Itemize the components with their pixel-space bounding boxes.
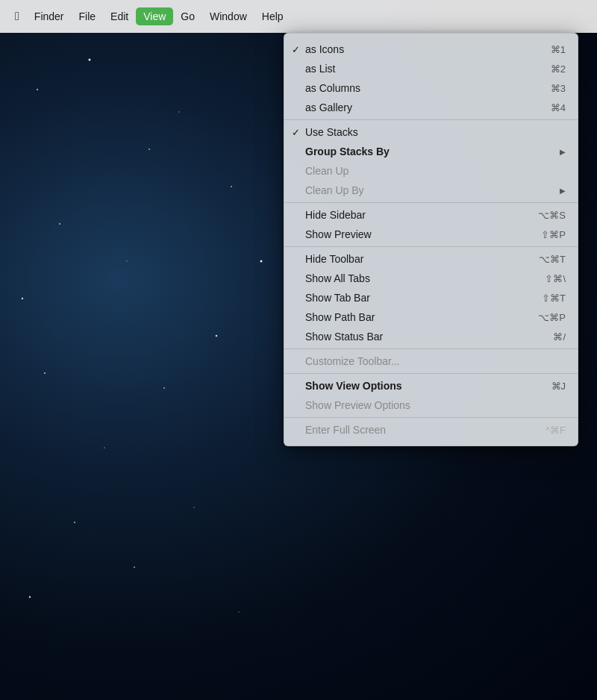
svg-point-6 bbox=[231, 186, 232, 187]
menubar:  Finder File Edit View Go Window Help bbox=[0, 0, 597, 33]
clean-up-item: Clean Up bbox=[284, 161, 578, 181]
clean-up-label: Clean Up bbox=[305, 165, 566, 177]
show-status-bar-item[interactable]: Show Status Bar ⌘/ bbox=[284, 327, 578, 346]
as-columns-item[interactable]: as Columns ⌘3 bbox=[284, 78, 578, 98]
show-all-tabs-label: Show All Tabs bbox=[305, 272, 530, 284]
as-list-label: as List bbox=[305, 63, 536, 75]
stacks-section: ✓ Use Stacks Group Stacks By ▶ Clean Up … bbox=[284, 120, 578, 203]
svg-point-13 bbox=[74, 522, 75, 523]
show-status-bar-shortcut: ⌘/ bbox=[553, 331, 566, 343]
svg-point-3 bbox=[59, 223, 60, 225]
clean-up-by-label: Clean Up By bbox=[305, 184, 560, 196]
group-stacks-by-item[interactable]: Group Stacks By ▶ bbox=[284, 142, 578, 161]
apple-menu[interactable]:  bbox=[7, 7, 27, 26]
show-view-options-item[interactable]: Show View Options ⌘J bbox=[284, 376, 578, 396]
hide-toolbar-label: Hide Toolbar bbox=[305, 253, 524, 265]
show-view-options-shortcut: ⌘J bbox=[551, 381, 566, 392]
sidebar-preview-section: Hide Sidebar ⌥⌘S Show Preview ⇧⌘P bbox=[284, 203, 578, 247]
customize-toolbar-section: Customize Toolbar... bbox=[284, 349, 578, 374]
go-menu[interactable]: Go bbox=[173, 7, 202, 25]
svg-point-0 bbox=[37, 89, 38, 90]
svg-point-8 bbox=[44, 372, 46, 374]
show-view-options-label: Show View Options bbox=[305, 380, 537, 392]
show-tab-bar-label: Show Tab Bar bbox=[305, 292, 527, 304]
show-path-bar-shortcut: ⌥⌘P bbox=[538, 312, 566, 323]
show-all-tabs-shortcut: ⇧⌘\ bbox=[545, 273, 566, 284]
show-preview-options-label: Show Preview Options bbox=[305, 399, 566, 411]
svg-point-10 bbox=[104, 447, 105, 449]
help-menu[interactable]: Help bbox=[254, 7, 291, 25]
svg-point-5 bbox=[22, 298, 23, 299]
svg-point-7 bbox=[126, 260, 127, 261]
svg-point-9 bbox=[216, 335, 218, 337]
view-options-section: Show View Options ⌘J Show Preview Option… bbox=[284, 374, 578, 418]
enter-full-screen-item: Enter Full Screen ^⌘F bbox=[284, 420, 578, 440]
hide-toolbar-item[interactable]: Hide Toolbar ⌥⌘T bbox=[284, 249, 578, 269]
svg-point-15 bbox=[29, 596, 31, 598]
stars-decoration bbox=[0, 0, 276, 700]
toolbar-bars-section: Hide Toolbar ⌥⌘T Show All Tabs ⇧⌘\ Show … bbox=[284, 247, 578, 349]
svg-point-2 bbox=[149, 149, 150, 150]
svg-point-12 bbox=[260, 260, 263, 263]
use-stacks-checkmark: ✓ bbox=[292, 127, 300, 138]
edit-menu[interactable]: Edit bbox=[103, 7, 136, 25]
show-preview-label: Show Preview bbox=[305, 228, 526, 240]
as-icons-item[interactable]: ✓ as Icons ⌘1 bbox=[284, 40, 578, 59]
svg-point-16 bbox=[134, 566, 135, 568]
show-preview-options-item: Show Preview Options bbox=[284, 396, 578, 415]
show-preview-item[interactable]: Show Preview ⇧⌘P bbox=[284, 225, 578, 244]
finder-menu[interactable]: Finder bbox=[27, 7, 72, 25]
hide-sidebar-label: Hide Sidebar bbox=[305, 209, 523, 221]
as-icons-checkmark: ✓ bbox=[292, 44, 300, 55]
as-list-item[interactable]: as List ⌘2 bbox=[284, 59, 578, 78]
as-list-shortcut: ⌘2 bbox=[551, 63, 566, 75]
view-menu[interactable]: View bbox=[136, 7, 173, 25]
show-preview-shortcut: ⇧⌘P bbox=[541, 229, 566, 240]
show-tab-bar-item[interactable]: Show Tab Bar ⇧⌘T bbox=[284, 288, 578, 307]
as-gallery-item[interactable]: as Gallery ⌘4 bbox=[284, 98, 578, 117]
hide-sidebar-shortcut: ⌥⌘S bbox=[538, 210, 566, 221]
customize-toolbar-label: Customize Toolbar... bbox=[305, 355, 566, 367]
group-stacks-by-arrow: ▶ bbox=[560, 148, 566, 156]
use-stacks-label: Use Stacks bbox=[305, 126, 566, 138]
svg-point-14 bbox=[193, 507, 195, 508]
svg-point-17 bbox=[238, 611, 239, 612]
view-dropdown-menu: ✓ as Icons ⌘1 as List ⌘2 as Columns ⌘3 a… bbox=[284, 33, 578, 446]
show-path-bar-item[interactable]: Show Path Bar ⌥⌘P bbox=[284, 307, 578, 327]
as-columns-shortcut: ⌘3 bbox=[551, 83, 566, 94]
clean-up-by-item: Clean Up By ▶ bbox=[284, 181, 578, 200]
enter-full-screen-shortcut: ^⌘F bbox=[546, 425, 566, 436]
group-stacks-by-label: Group Stacks By bbox=[305, 146, 560, 157]
as-gallery-label: as Gallery bbox=[305, 101, 536, 113]
as-icons-label: as Icons bbox=[305, 43, 536, 55]
show-status-bar-label: Show Status Bar bbox=[305, 331, 538, 343]
window-menu[interactable]: Window bbox=[202, 7, 254, 25]
hide-toolbar-shortcut: ⌥⌘T bbox=[539, 254, 566, 265]
as-columns-label: as Columns bbox=[305, 82, 536, 94]
customize-toolbar-item: Customize Toolbar... bbox=[284, 351, 578, 371]
svg-point-4 bbox=[178, 111, 180, 113]
as-icons-shortcut: ⌘1 bbox=[551, 44, 566, 55]
show-path-bar-label: Show Path Bar bbox=[305, 311, 523, 323]
enter-full-screen-label: Enter Full Screen bbox=[305, 424, 531, 436]
file-menu[interactable]: File bbox=[72, 7, 104, 25]
svg-point-1 bbox=[89, 59, 91, 61]
fullscreen-section: Enter Full Screen ^⌘F bbox=[284, 418, 578, 442]
hide-sidebar-item[interactable]: Hide Sidebar ⌥⌘S bbox=[284, 205, 578, 225]
view-mode-section: ✓ as Icons ⌘1 as List ⌘2 as Columns ⌘3 a… bbox=[284, 37, 578, 120]
use-stacks-item[interactable]: ✓ Use Stacks bbox=[284, 122, 578, 142]
svg-point-11 bbox=[163, 387, 165, 389]
clean-up-by-arrow: ▶ bbox=[560, 187, 566, 195]
as-gallery-shortcut: ⌘4 bbox=[551, 102, 566, 113]
show-tab-bar-shortcut: ⇧⌘T bbox=[542, 293, 566, 304]
show-all-tabs-item[interactable]: Show All Tabs ⇧⌘\ bbox=[284, 269, 578, 288]
